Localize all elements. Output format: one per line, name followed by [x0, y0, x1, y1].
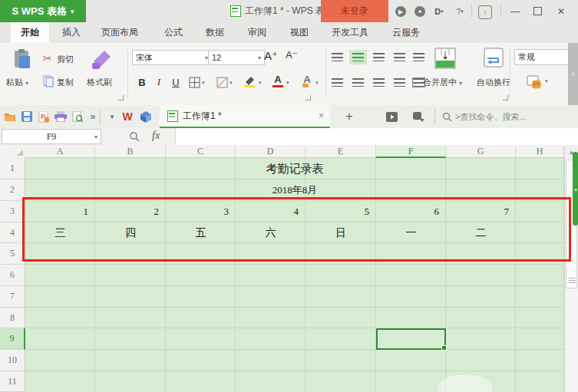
highlight-color-icon[interactable] [244, 75, 256, 87]
bold-button[interactable]: B [135, 75, 149, 89]
menu-tab-9[interactable]: 云服务 [385, 22, 427, 43]
align-top-icon[interactable] [332, 53, 343, 61]
cut-icon: ✂ [43, 52, 52, 64]
print-icon[interactable] [54, 110, 67, 123]
column-header-b[interactable]: B [95, 146, 166, 158]
share-upload-icon[interactable]: ↑ [478, 5, 492, 19]
align-left-icon[interactable] [332, 78, 343, 87]
align-center-icon[interactable] [352, 78, 364, 87]
column-header-g[interactable]: G [446, 146, 516, 158]
insert-function-button[interactable]: fx [152, 130, 160, 142]
command-search-box[interactable]: >查找命令、搜索... [442, 108, 574, 125]
currency-dropdown-icon[interactable]: ▾ [545, 78, 548, 84]
skin-icon[interactable]: ▶ [395, 5, 407, 18]
menu-tab-7[interactable]: 视图 [284, 22, 315, 43]
more-tools-icon[interactable]: » [87, 110, 99, 123]
close-button[interactable]: ✕ [551, 0, 571, 22]
alignment-dialog-launcher-icon[interactable] [503, 95, 508, 100]
export-pdf-icon[interactable]: P [38, 110, 50, 123]
wrap-text-button[interactable]: 自动换行 [477, 77, 510, 88]
zoom-formula-icon[interactable] [129, 131, 140, 145]
wps-writer-icon[interactable]: W [121, 110, 134, 123]
help-icon[interactable]: ?▾ [454, 5, 466, 18]
menu-tab-2[interactable]: 插入 [57, 22, 86, 43]
maximize-button[interactable] [527, 0, 547, 22]
font-color-dropdown-icon[interactable]: ▾ [286, 80, 289, 86]
column-header-f[interactable]: F [376, 146, 446, 158]
currency-format-icon[interactable] [527, 75, 542, 89]
column-header-h[interactable]: H [516, 146, 564, 158]
open-file-icon[interactable] [4, 110, 16, 123]
document-tab[interactable]: 工作簿1 * × [160, 105, 330, 128]
clear-format-icon[interactable]: A [301, 74, 313, 87]
font-size-combo[interactable]: 12▾ [208, 50, 265, 65]
new-tab-button[interactable]: + [342, 107, 357, 126]
borders-dropdown-icon[interactable]: ▾ [202, 80, 205, 86]
minimize-button[interactable]: — [505, 0, 525, 22]
switch-window-icon[interactable] [412, 110, 424, 123]
pen-mode-icon[interactable]: D▾ [433, 5, 445, 18]
format-painter-button[interactable]: 格式刷 [87, 77, 112, 88]
shrink-font-button[interactable]: A⁻ [286, 49, 298, 61]
row-header-7[interactable]: 7 [0, 286, 25, 308]
wps-logo-button[interactable]: S WPS 表格 ▾ [0, 0, 86, 22]
highlight-dropdown-icon[interactable]: ▾ [259, 80, 262, 86]
merge-center-button[interactable]: 合并居中 ▾ [423, 77, 462, 88]
align-middle-icon[interactable] [352, 53, 364, 61]
paste-button[interactable]: 粘贴 ▾ [6, 77, 28, 88]
column-header-c[interactable]: C [166, 146, 236, 158]
row-header-1[interactable]: 1 [0, 158, 25, 180]
row-header-10[interactable]: 10 [0, 350, 25, 371]
align-right-icon[interactable] [373, 78, 385, 87]
number-format-combo[interactable]: 常规 [514, 49, 571, 65]
column-header-d[interactable]: D [236, 146, 306, 158]
italic-button[interactable]: I [152, 75, 166, 89]
close-tab-icon[interactable]: × [319, 110, 324, 121]
increase-indent-icon[interactable] [413, 53, 424, 61]
copy-button[interactable]: 复制 [57, 77, 74, 88]
clipboard-dialog-launcher-icon[interactable] [118, 95, 124, 100]
font-dialog-launcher-icon[interactable] [306, 95, 311, 100]
formula-input[interactable] [175, 128, 578, 145]
align-bottom-icon[interactable] [373, 53, 385, 61]
side-green-handle[interactable]: ◂ [573, 152, 578, 226]
login-button[interactable]: 未登录 [321, 0, 388, 22]
cell-a1-merged-title[interactable]: 考勤记录表 [25, 158, 564, 180]
font-name-combo[interactable]: 宋体▾ [132, 50, 212, 65]
font-color-icon[interactable]: A [272, 74, 284, 87]
fill-dropdown-icon[interactable]: ▾ [230, 80, 233, 86]
docer-cube-icon[interactable] [140, 110, 152, 123]
fill-handle[interactable] [441, 345, 447, 351]
underline-button[interactable]: U [169, 75, 183, 89]
menu-tab-3[interactable]: 页面布局 [95, 22, 144, 43]
ribbon-tab-bar: 开始插入页面布局公式数据审阅视图开发工具云服务 [0, 22, 578, 43]
menu-tab-1[interactable]: 开始 [11, 22, 49, 43]
settings-icon[interactable]: ✦ [414, 5, 426, 18]
decrease-indent-icon[interactable] [394, 53, 405, 61]
selected-cell-f9[interactable] [376, 328, 446, 350]
row-header-6[interactable]: 6 [0, 265, 25, 286]
menu-tab-6[interactable]: 审阅 [242, 22, 272, 43]
row-header-11[interactable]: 11 [0, 371, 25, 392]
play-presentation-icon[interactable] [385, 110, 398, 123]
save-icon[interactable] [21, 110, 33, 123]
cut-button[interactable]: 剪切 [57, 54, 74, 65]
menu-tab-4[interactable]: 公式 [157, 22, 190, 43]
select-all-corner[interactable] [0, 146, 26, 159]
ribbon-collapse-button[interactable]: › [568, 43, 578, 105]
column-header-a[interactable]: A [25, 146, 95, 158]
borders-icon[interactable] [189, 77, 200, 88]
name-box[interactable]: F9 ▾ [2, 129, 101, 144]
row-header-8[interactable]: 8 [0, 308, 25, 328]
menu-tab-8[interactable]: 开发工具 [325, 22, 375, 43]
name-box-dropdown-icon[interactable]: ▾ [94, 133, 97, 140]
column-header-e[interactable]: E [306, 146, 376, 158]
row-header-9[interactable]: 9 [0, 328, 25, 350]
customize-quickbar-icon[interactable]: ▾ [106, 110, 118, 123]
clear-format-dropdown-icon[interactable]: ▾ [315, 80, 319, 86]
print-preview-icon[interactable] [71, 110, 84, 123]
menu-tab-5[interactable]: 数据 [200, 22, 230, 43]
fill-color-icon[interactable] [216, 77, 228, 88]
grow-font-button[interactable]: A⁺ [264, 49, 278, 63]
align-justify-icon[interactable] [394, 78, 405, 87]
